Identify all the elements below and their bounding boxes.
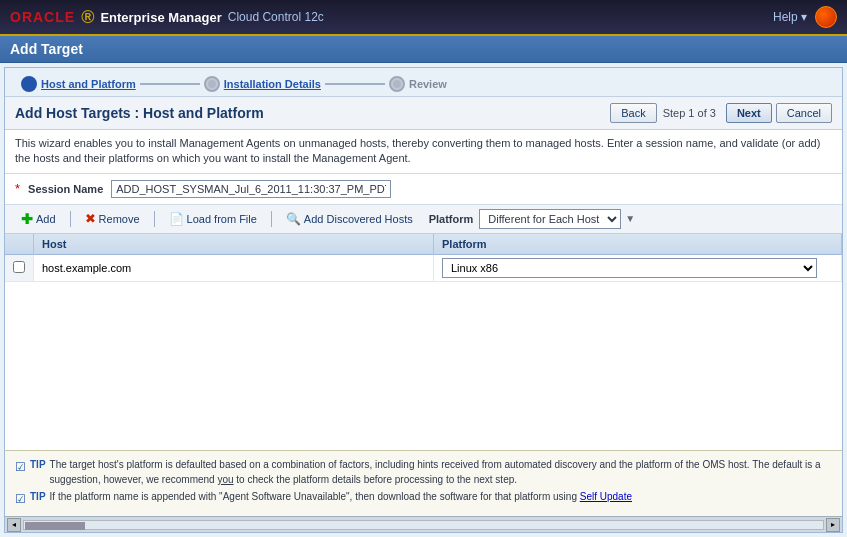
header-right: Help ▾ [773, 6, 837, 28]
scroll-right-button[interactable]: ▸ [826, 518, 840, 532]
svg-point-0 [25, 80, 33, 88]
step-1-container: Host and Platform [21, 76, 136, 92]
svg-point-1 [208, 80, 216, 88]
oracle-circle-icon [815, 6, 837, 28]
tip-icon-1: ☑ [15, 458, 26, 476]
dropdown-arrow-icon: ▼ [625, 213, 635, 224]
remove-button[interactable]: ✖ Remove [79, 209, 146, 228]
tip-row-1: ☑ TIP The target host's platform is defa… [15, 457, 832, 487]
tip-text-2: If the platform name is appended with "A… [50, 489, 832, 504]
oracle-logo: ORACLE ® Enterprise Manager Cloud Contro… [10, 7, 324, 28]
platform-cell: Linux x86Linux x86-64Windows x86-64Solar… [434, 254, 842, 281]
tips-area: ☑ TIP The target host's platform is defa… [5, 450, 842, 516]
tip-text-1: The target host's platform is defaulted … [50, 457, 832, 487]
platform-dropdown[interactable]: Different for Each Host Linux x86 Linux … [479, 209, 621, 229]
load-file-icon: 📄 [169, 212, 184, 226]
step-2-label[interactable]: Installation Details [224, 78, 321, 90]
toolbar-sep-1 [70, 211, 71, 227]
toolbar-sep-3 [271, 211, 272, 227]
tip-label-1: TIP [30, 457, 46, 472]
hosts-grid: Host Platform host.example.comLinux x86L… [5, 234, 842, 282]
tip-icon-2: ☑ [15, 490, 26, 508]
wizard-steps: Host and Platform Installation Details R… [5, 68, 842, 97]
col-host-header: Host [34, 234, 434, 255]
main-area: Add Target Host and Platform Installatio… [0, 36, 847, 537]
session-name-input[interactable] [111, 180, 391, 198]
tip-label-2: TIP [30, 489, 46, 504]
header: ORACLE ® Enterprise Manager Cloud Contro… [0, 0, 847, 36]
add-icon: ✚ [21, 211, 33, 227]
scroll-track[interactable] [23, 520, 824, 530]
scroll-left-button[interactable]: ◂ [7, 518, 21, 532]
required-star: * [15, 181, 20, 196]
tip-row-2: ☑ TIP If the platform name is appended w… [15, 489, 832, 508]
step-1-label[interactable]: Host and Platform [41, 78, 136, 90]
step-line-1 [140, 83, 200, 85]
session-label: Session Name [28, 183, 103, 195]
step-3-label: Review [409, 78, 447, 90]
header-divider: ® [81, 7, 94, 28]
platform-label: Platform [429, 213, 474, 225]
platform-cell-select[interactable]: Linux x86Linux x86-64Windows x86-64Solar… [442, 258, 817, 278]
toolbar-sep-2 [154, 211, 155, 227]
help-button[interactable]: Help ▾ [773, 10, 807, 24]
host-cell: host.example.com [34, 254, 434, 281]
em-label: Enterprise Manager [100, 10, 221, 25]
action-bar: Add Host Targets : Host and Platform Bac… [5, 97, 842, 130]
step-2-circle [204, 76, 220, 92]
cancel-button[interactable]: Cancel [776, 103, 832, 123]
back-button[interactable]: Back [610, 103, 656, 123]
col-platform-header: Platform [434, 234, 842, 255]
table-body: host.example.comLinux x86Linux x86-64Win… [5, 254, 842, 281]
svg-point-2 [393, 80, 401, 88]
add-target-title: Add Target [10, 41, 83, 57]
add-button[interactable]: ✚ Add [15, 209, 62, 229]
self-update-link[interactable]: Self Update [580, 491, 632, 502]
add-discovered-button[interactable]: 🔍 Add Discovered Hosts [280, 210, 419, 228]
add-discovered-label: Add Discovered Hosts [304, 213, 413, 225]
col-select-header [5, 234, 34, 255]
help-label: Help [773, 10, 798, 24]
step-1-circle [21, 76, 37, 92]
load-from-file-button[interactable]: 📄 Load from File [163, 210, 263, 228]
table-row: host.example.comLinux x86Linux x86-64Win… [5, 254, 842, 281]
scroll-thumb[interactable] [25, 522, 85, 530]
scrollbar-area: ◂ ▸ [5, 516, 842, 532]
next-button[interactable]: Next [726, 103, 772, 123]
load-file-label: Load from File [187, 213, 257, 225]
cc-label: Cloud Control 12c [228, 10, 324, 24]
session-row: * Session Name [5, 174, 842, 205]
host-table: Host Platform host.example.comLinux x86L… [5, 234, 842, 450]
step-line-2 [325, 83, 385, 85]
content-panel: Host and Platform Installation Details R… [4, 67, 843, 533]
row-checkbox-cell [5, 254, 34, 281]
toolbar: ✚ Add ✖ Remove 📄 Load from File 🔍 Add Di… [5, 205, 842, 234]
add-target-bar: Add Target [0, 36, 847, 63]
step-info: Step 1 of 3 [663, 107, 716, 119]
oracle-wordmark: ORACLE [10, 9, 75, 25]
help-arrow-icon: ▾ [801, 10, 807, 24]
description-content: This wizard enables you to install Manag… [15, 137, 820, 164]
step-3-container: Review [389, 76, 447, 92]
step-2-container: Installation Details [204, 76, 321, 92]
add-label: Add [36, 213, 56, 225]
table-header-row: Host Platform [5, 234, 842, 255]
row-checkbox[interactable] [13, 261, 25, 273]
remove-label: Remove [99, 213, 140, 225]
description-text: This wizard enables you to install Manag… [5, 130, 842, 174]
remove-icon: ✖ [85, 211, 96, 226]
page-title: Add Host Targets : Host and Platform [15, 105, 606, 121]
discovered-icon: 🔍 [286, 212, 301, 226]
step-3-circle [389, 76, 405, 92]
